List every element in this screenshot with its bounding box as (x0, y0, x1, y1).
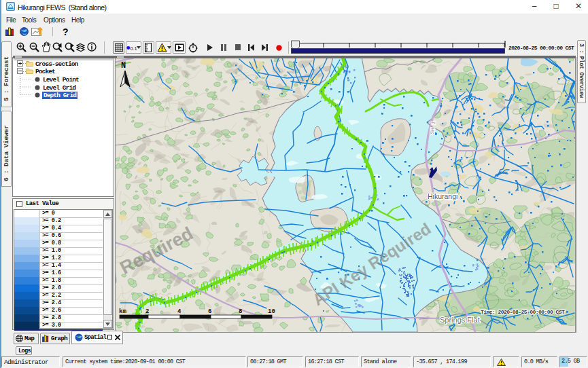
svg-text:km: km (119, 308, 126, 315)
svg-text:2: 2 (145, 308, 149, 315)
svg-text:Hikurangi: Hikurangi (428, 192, 457, 200)
svg-text:10: 10 (268, 308, 275, 315)
svg-text:4: 4 (177, 308, 181, 315)
svg-text:6: 6 (208, 308, 211, 315)
svg-text:8: 8 (239, 308, 242, 315)
svg-text:N: N (121, 61, 126, 71)
svg-text:Springs Flat: Springs Flat (440, 316, 480, 324)
svg-text:Time: 2020-08-25 00:00:00 CST: Time: 2020-08-25 00:00:00 CST (481, 309, 565, 315)
